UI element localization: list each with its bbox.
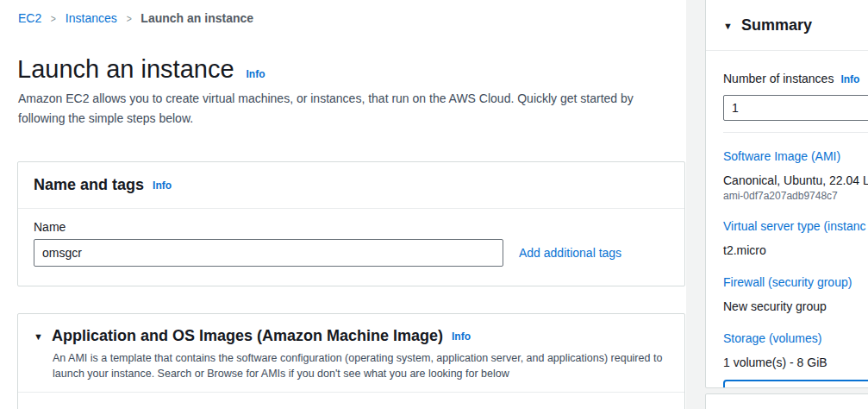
ami-description-line: launch your instance. Search or Browse f… — [53, 366, 669, 381]
summary-panel: ▼ Summary Number of instances Info Softw… — [705, 0, 868, 388]
page-header: Launch an instance Info — [17, 55, 265, 84]
ami-section-info-link[interactable]: Info — [452, 330, 471, 343]
firewall-value: New security group — [723, 298, 868, 315]
number-of-instances-label: Number of instances — [723, 72, 834, 85]
ami-section: ▼ Application and OS Images (Amazon Mach… — [17, 313, 685, 409]
below-summary-panel — [705, 393, 868, 409]
ami-section-title: Application and OS Images (Amazon Machin… — [52, 327, 443, 345]
collapse-caret-icon: ▼ — [723, 21, 733, 31]
page-description-line: Amazon EC2 allows you to create virtual … — [18, 89, 634, 109]
page-title-info-link[interactable]: Info — [247, 68, 265, 80]
chevron-right-icon: > — [51, 12, 56, 25]
number-of-instances-info-link[interactable]: Info — [840, 73, 859, 85]
name-field-label: Name — [34, 220, 669, 234]
firewall-link[interactable]: Firewall (security group) — [723, 274, 868, 291]
page-title: Launch an instance — [17, 55, 234, 84]
software-image-link[interactable]: Software Image (AMI) — [723, 148, 868, 165]
summary-body: Number of instances Info Software Image … — [706, 51, 868, 388]
collapse-caret-icon: ▼ — [34, 331, 43, 342]
storage-volumes-link[interactable]: Storage (volumes) — [723, 330, 868, 347]
name-and-tags-info-link[interactable]: Info — [153, 179, 172, 192]
ami-section-description: An AMI is a template that contains the s… — [53, 350, 669, 381]
name-and-tags-header: Name and tags Info — [18, 162, 684, 209]
launch-instance-button[interactable] — [723, 380, 868, 388]
breadcrumb-link-ec2[interactable]: EC2 — [18, 11, 41, 25]
page-description-line: following the simple steps below. — [18, 109, 634, 129]
page-description: Amazon EC2 allows you to create virtual … — [18, 89, 634, 129]
breadcrumb-link-instances[interactable]: Instances — [66, 11, 117, 25]
summary-item-instance-type: Virtual server type (instanc t2.micro — [723, 217, 868, 259]
name-and-tags-section: Name and tags Info Name Add additional t… — [17, 161, 685, 286]
summary-item-storage: Storage (volumes) 1 volume(s) - 8 GiB — [723, 330, 868, 371]
software-image-value: Canonical, Ubuntu, 22.04 L — [723, 172, 868, 189]
virtual-server-type-link[interactable]: Virtual server type (instanc — [723, 217, 868, 235]
ami-id-value: ami-0df7a207adb9748c7 — [723, 189, 868, 203]
breadcrumb: EC2 > Instances > Launch an instance — [18, 11, 253, 25]
instance-name-input[interactable] — [34, 239, 503, 267]
breadcrumb-current-page: Launch an instance — [141, 11, 253, 25]
ami-description-line: An AMI is a template that contains the s… — [53, 350, 669, 366]
instance-type-value: t2.micro — [723, 242, 868, 259]
summary-header[interactable]: ▼ Summary — [706, 0, 868, 51]
name-and-tags-body: Name Add additional tags — [18, 209, 684, 267]
summary-title: Summary — [741, 16, 812, 35]
summary-item-software-image: Software Image (AMI) Canonical, Ubuntu, … — [723, 148, 868, 203]
summary-item-firewall: Firewall (security group) New security g… — [723, 274, 868, 315]
number-of-instances-input[interactable] — [723, 95, 868, 121]
summary-divider — [723, 132, 868, 133]
add-additional-tags-link[interactable]: Add additional tags — [519, 246, 621, 260]
name-and-tags-title: Name and tags — [34, 176, 144, 194]
ami-section-header[interactable]: ▼ Application and OS Images (Amazon Mach… — [18, 314, 684, 393]
storage-value: 1 volume(s) - 8 GiB — [723, 354, 868, 371]
chevron-right-icon: > — [127, 12, 132, 25]
